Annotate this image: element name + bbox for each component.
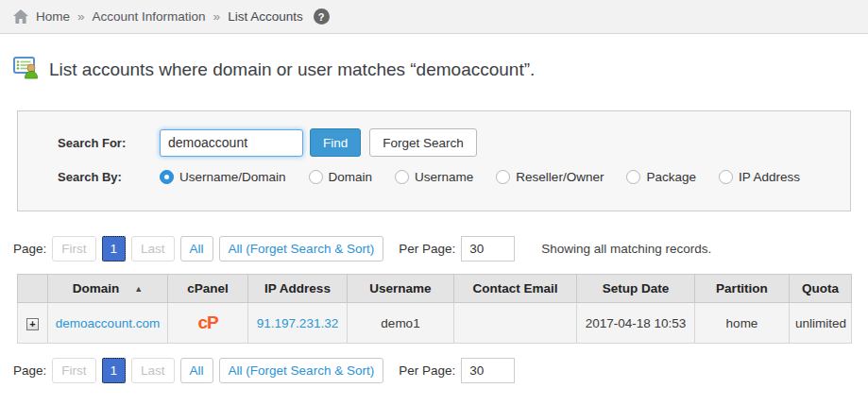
column-header-label: Domain (73, 281, 120, 295)
pagination-top: Page: First 1 Last All All (Forget Searc… (13, 236, 868, 262)
contact-email-cell (454, 303, 577, 344)
radio-label: Username (415, 170, 473, 184)
radio-username-domain[interactable]: Username/Domain (160, 170, 286, 184)
current-page-button[interactable]: 1 (102, 236, 127, 262)
table-row: + demoaccount.com cP 91.197.231.32 demo1… (18, 303, 852, 344)
radio-reseller-owner[interactable]: Reseller/Owner (496, 170, 604, 184)
ip-address-link[interactable]: 91.197.231.32 (257, 316, 338, 330)
breadcrumb: Home » Account Information » List Accoun… (0, 0, 868, 34)
showing-records-text: Showing all matching records. (541, 242, 711, 256)
page-label: Page: (13, 242, 46, 256)
breadcrumb-link-home[interactable]: Home (36, 9, 70, 24)
column-header-ip-address[interactable]: IP Address (248, 275, 348, 303)
radio-unselected-icon (395, 170, 409, 184)
current-page-button[interactable]: 1 (102, 358, 127, 383)
radio-ip-address[interactable]: IP Address (719, 170, 800, 184)
per-page-label: Per Page: (399, 242, 455, 256)
expand-row-button[interactable]: + (26, 318, 39, 330)
search-by-label: Search By: (18, 170, 160, 184)
page-header: List accounts where domain or user match… (13, 57, 868, 82)
radio-unselected-icon (309, 170, 323, 184)
search-for-row: Search For: Find Forget Search (18, 127, 850, 158)
radio-unselected-icon (496, 170, 510, 184)
radio-package[interactable]: Package (626, 170, 696, 184)
first-page-button: First (52, 358, 95, 383)
radio-label: Domain (329, 170, 373, 184)
column-header-quota[interactable]: Quota (790, 275, 852, 303)
radio-unselected-icon (719, 170, 733, 184)
first-page-button: First (52, 236, 95, 262)
all-pages-button[interactable]: All (180, 358, 213, 383)
domain-link[interactable]: demoaccount.com (56, 316, 160, 330)
partition-cell: home (695, 303, 790, 344)
pagination-bottom: Page: First 1 Last All All (Forget Searc… (13, 358, 868, 383)
radio-selected-icon (160, 170, 174, 184)
home-icon (13, 9, 28, 24)
per-page-label: Per Page: (399, 363, 455, 378)
column-header-cpanel[interactable]: cPanel (168, 275, 248, 303)
column-header-partition[interactable]: Partition (695, 275, 790, 303)
table-header-row: Domain▲ cPanel IP Address Username Conta… (18, 275, 852, 303)
accounts-table: Domain▲ cPanel IP Address Username Conta… (17, 274, 852, 344)
radio-domain[interactable]: Domain (309, 170, 373, 184)
all-pages-button[interactable]: All (180, 236, 213, 262)
cpanel-logo-icon[interactable]: cP (197, 312, 217, 332)
per-page-input[interactable] (461, 358, 515, 383)
all-forget-search-sort-button[interactable]: All (Forget Search & Sort) (219, 358, 384, 383)
page-label: Page: (13, 363, 46, 378)
radio-unselected-icon (626, 170, 640, 184)
radio-label: Username/Domain (179, 170, 286, 184)
radio-label: Package (646, 170, 696, 184)
setup-date-cell: 2017-04-18 10:53 (577, 303, 695, 344)
search-input[interactable] (160, 129, 303, 157)
breadcrumb-current-list-accounts: List Accounts (228, 9, 303, 24)
search-panel: Search For: Find Forget Search Search By… (17, 110, 851, 211)
column-header-contact-email[interactable]: Contact Email (454, 275, 577, 303)
per-page-input[interactable] (461, 236, 515, 262)
search-by-options: Username/Domain Domain Username Reseller… (160, 170, 800, 184)
list-accounts-icon (13, 57, 40, 82)
last-page-button: Last (131, 236, 175, 262)
all-forget-search-sort-button[interactable]: All (Forget Search & Sort) (219, 236, 384, 262)
search-for-label: Search For: (18, 136, 160, 150)
quota-cell: unlimited (790, 303, 852, 344)
breadcrumb-separator: » (77, 9, 85, 24)
last-page-button: Last (131, 358, 175, 383)
column-header-expand (18, 275, 48, 303)
radio-username[interactable]: Username (395, 170, 473, 184)
column-header-username[interactable]: Username (348, 275, 454, 303)
help-icon[interactable]: ? (314, 8, 330, 25)
radio-label: IP Address (739, 170, 800, 184)
radio-label: Reseller/Owner (516, 170, 604, 184)
forget-search-button[interactable]: Forget Search (369, 128, 477, 157)
breadcrumb-separator: » (213, 9, 221, 24)
breadcrumb-link-account-information[interactable]: Account Information (93, 9, 206, 24)
column-header-domain[interactable]: Domain▲ (48, 275, 168, 303)
search-by-row: Search By: Username/Domain Domain Userna… (18, 161, 850, 192)
page-title: List accounts where domain or user match… (49, 59, 535, 80)
username-cell: demo1 (348, 303, 454, 344)
sort-ascending-icon: ▲ (134, 284, 143, 294)
find-button[interactable]: Find (310, 128, 361, 157)
column-header-setup-date[interactable]: Setup Date (577, 275, 695, 303)
